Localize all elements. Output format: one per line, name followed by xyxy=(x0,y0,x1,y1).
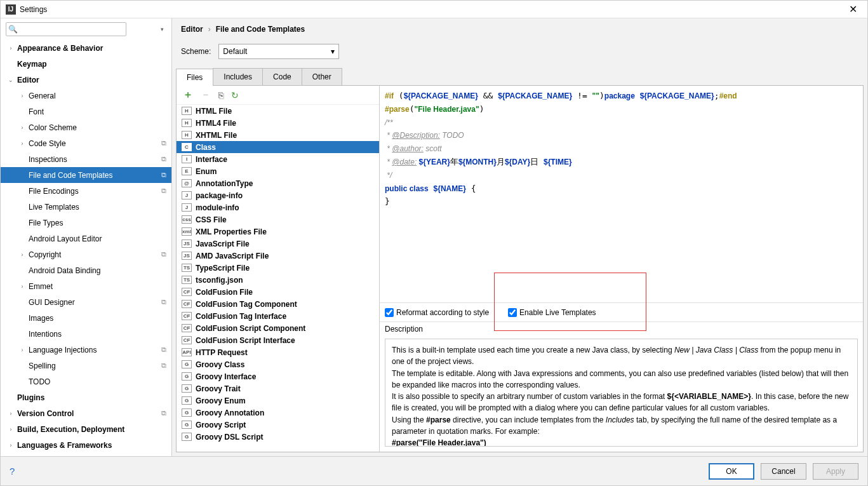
sidebar-item-label: Plugins xyxy=(16,393,44,402)
sidebar-item-label: Images xyxy=(27,314,53,323)
template-item[interactable]: JSAMD JavaScript File xyxy=(177,250,379,262)
template-item[interactable]: GGroovy Interface xyxy=(177,370,379,382)
add-template-button[interactable]: ＋ xyxy=(183,88,193,102)
template-item[interactable]: GGroovy Annotation xyxy=(177,407,379,419)
sidebar-item[interactable]: TODO xyxy=(1,374,171,389)
sidebar-item[interactable]: ›Appearance & Behavior xyxy=(1,40,171,56)
template-item[interactable]: CClass xyxy=(177,141,379,153)
template-item[interactable]: CFColdFusion Tag Interface xyxy=(177,310,379,322)
template-item[interactable]: Jmodule-info xyxy=(177,201,379,213)
sidebar-item-label: Live Templates xyxy=(27,203,79,212)
template-item[interactable]: GGroovy Enum xyxy=(177,395,379,407)
tab-code[interactable]: Code xyxy=(262,68,302,85)
template-item[interactable]: GGroovy DSL Script xyxy=(177,431,379,443)
sidebar-item[interactable]: File Encodings⧉ xyxy=(1,183,171,199)
sidebar-item[interactable]: ›Version Control⧉ xyxy=(1,405,171,421)
sidebar-item[interactable]: ›Color Scheme xyxy=(1,119,171,135)
expand-arrow-icon: › xyxy=(17,93,27,99)
sidebar-item-label: File Encodings xyxy=(27,187,79,196)
tab-other[interactable]: Other xyxy=(302,68,342,85)
template-item[interactable]: GGroovy Script xyxy=(177,419,379,431)
template-list[interactable]: HHTML FileHHTML4 FileHXHTML FileCClassII… xyxy=(177,105,379,452)
scope-badge-icon: ⧉ xyxy=(161,155,166,163)
sidebar-item[interactable]: Live Templates xyxy=(1,199,171,215)
sidebar-item[interactable]: Inspections⧉ xyxy=(1,151,171,167)
refresh-template-button[interactable]: ↻ xyxy=(231,90,239,100)
sidebar-item[interactable]: ›Build, Execution, Deployment xyxy=(1,421,171,437)
settings-tree[interactable]: ›Appearance & BehaviorKeymap⌄Editor›Gene… xyxy=(1,40,171,456)
help-icon[interactable]: ? xyxy=(10,466,15,476)
template-item[interactable]: GGroovy Trait xyxy=(177,382,379,395)
sidebar-item[interactable]: ›Emmet xyxy=(1,278,171,294)
sidebar-item[interactable]: Font xyxy=(1,104,171,119)
scheme-select[interactable]: Default ▾ xyxy=(218,44,339,59)
template-item-label: HTTP Request xyxy=(196,348,248,357)
template-item[interactable]: Jpackage-info xyxy=(177,189,379,201)
cancel-button[interactable]: Cancel xyxy=(761,463,806,480)
sidebar-item[interactable]: ›General xyxy=(1,88,171,104)
template-item[interactable]: APIHTTP Request xyxy=(177,346,379,358)
template-item[interactable]: CFColdFusion Script Component xyxy=(177,322,379,334)
template-item[interactable]: xmlXML Properties File xyxy=(177,226,379,238)
search-input[interactable] xyxy=(6,22,126,36)
sidebar-item-label: TODO xyxy=(27,377,50,386)
template-item-label: JavaScript File xyxy=(196,240,250,248)
template-item[interactable]: HXHTML File xyxy=(177,129,379,141)
template-item[interactable]: HHTML File xyxy=(177,105,379,117)
template-item[interactable]: GGroovy Class xyxy=(177,358,379,370)
chevron-down-icon: ▾ xyxy=(331,47,335,56)
template-item[interactable]: CFColdFusion Tag Component xyxy=(177,298,379,310)
template-item-label: Class xyxy=(196,143,216,152)
template-item[interactable]: EEnum xyxy=(177,165,379,177)
file-type-icon: G xyxy=(182,396,192,405)
sidebar-item[interactable]: Spelling⧉ xyxy=(1,358,171,374)
sidebar-item[interactable]: ›Copyright⧉ xyxy=(1,246,171,262)
apply-button[interactable]: Apply xyxy=(813,463,858,480)
template-item[interactable]: IInterface xyxy=(177,153,379,165)
file-type-icon: JS xyxy=(182,240,192,248)
tab-files[interactable]: Files xyxy=(176,69,213,86)
sidebar-item[interactable]: Android Data Binding xyxy=(1,262,171,278)
expand-arrow-icon: › xyxy=(6,410,16,417)
template-item[interactable]: CFColdFusion Script Interface xyxy=(177,334,379,346)
sidebar-item[interactable]: ⌄Editor xyxy=(1,72,171,88)
template-item[interactable]: TSTypeScript File xyxy=(177,262,379,274)
template-item-label: Groovy Annotation xyxy=(196,408,264,417)
tab-includes[interactable]: Includes xyxy=(213,68,263,85)
sidebar-item[interactable]: ›Languages & Frameworks xyxy=(1,437,171,453)
template-item[interactable]: CFColdFusion File xyxy=(177,286,379,298)
template-code-editor[interactable]: #if (${PACKAGE_NAME} && ${PACKAGE_NAME} … xyxy=(380,86,863,302)
sidebar-item[interactable]: Android Layout Editor xyxy=(1,231,171,246)
sidebar-item[interactable]: Intentions xyxy=(1,326,171,342)
copy-template-button[interactable]: ⎘ xyxy=(218,90,224,100)
sidebar-item[interactable]: Keymap xyxy=(1,56,171,72)
sidebar-item[interactable]: GUI Designer⧉ xyxy=(1,294,171,310)
close-icon[interactable]: ✕ xyxy=(844,3,862,15)
sidebar-item[interactable]: ›Code Style⧉ xyxy=(1,135,171,151)
sidebar-item[interactable]: File Types xyxy=(1,215,171,231)
sidebar-item-label: Languages & Frameworks xyxy=(16,441,112,450)
sidebar-item-label: Emmet xyxy=(27,282,53,291)
sidebar-item-label: Copyright xyxy=(27,250,61,259)
file-type-icon: G xyxy=(182,372,192,381)
reformat-checkbox[interactable]: Reformat according to style xyxy=(385,308,489,317)
search-history-icon[interactable]: ▾ xyxy=(161,26,164,32)
ok-button[interactable]: OK xyxy=(709,463,754,480)
scope-badge-icon: ⧉ xyxy=(161,409,166,417)
description-body: This is a built-in template used each ti… xyxy=(385,339,858,447)
template-item[interactable]: cssCSS File xyxy=(177,213,379,226)
template-item[interactable]: @AnnotationType xyxy=(177,177,379,189)
template-item[interactable]: HHTML4 File xyxy=(177,117,379,129)
sidebar-item-label: Code Style xyxy=(27,139,66,148)
sidebar-item[interactable]: File and Code Templates⧉ xyxy=(1,167,171,183)
dialog-buttons: ? OK Cancel Apply xyxy=(1,456,867,485)
sidebar-item[interactable]: Plugins xyxy=(1,389,171,405)
sidebar-item[interactable]: ›Language Injections⧉ xyxy=(1,342,171,358)
live-templates-checkbox[interactable]: Enable Live Templates xyxy=(508,308,596,317)
template-item-label: ColdFusion Tag Interface xyxy=(196,312,286,321)
template-item[interactable]: TStsconfig.json xyxy=(177,274,379,286)
template-item[interactable]: JSJavaScript File xyxy=(177,238,379,250)
remove-template-button[interactable]: － xyxy=(201,88,211,102)
expand-arrow-icon: ⌄ xyxy=(6,77,16,83)
sidebar-item[interactable]: Images xyxy=(1,310,171,326)
